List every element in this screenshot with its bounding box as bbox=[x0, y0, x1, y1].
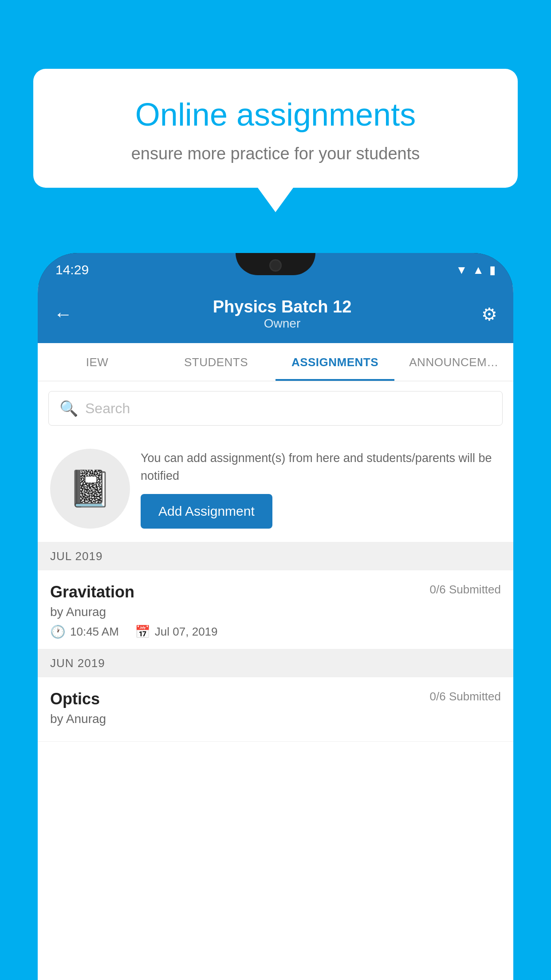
phone-camera bbox=[269, 259, 282, 272]
speech-bubble-container: Online assignments ensure more practice … bbox=[33, 69, 518, 212]
speech-bubble: Online assignments ensure more practice … bbox=[33, 69, 518, 188]
search-bar[interactable]: 🔍 Search bbox=[48, 391, 503, 426]
phone-frame: 14:29 ▼ ▲ ▮ ← Physics Batch 12 Owner ⚙ I… bbox=[38, 253, 513, 980]
promo-icon-circle: 📓 bbox=[50, 449, 130, 529]
section-jul-2019: JUL 2019 bbox=[38, 542, 513, 570]
battery-icon: ▮ bbox=[489, 263, 496, 277]
tab-assignments[interactable]: ASSIGNMENTS bbox=[276, 343, 394, 381]
back-button[interactable]: ← bbox=[54, 304, 72, 325]
add-assignment-button[interactable]: Add Assignment bbox=[141, 494, 272, 529]
promo-text-area: You can add assignment(s) from here and … bbox=[141, 449, 501, 529]
search-icon: 🔍 bbox=[59, 399, 78, 417]
search-placeholder[interactable]: Search bbox=[85, 400, 130, 417]
assignment-top-row: Gravitation 0/6 Submitted bbox=[50, 583, 501, 601]
header-subtitle: Owner bbox=[83, 316, 481, 331]
app-header: ← Physics Batch 12 Owner ⚙ bbox=[38, 285, 513, 343]
promo-container: 📓 You can add assignment(s) from here an… bbox=[38, 435, 513, 542]
speech-bubble-arrow bbox=[258, 188, 293, 212]
search-container: 🔍 Search bbox=[38, 381, 513, 435]
app-content: ← Physics Batch 12 Owner ⚙ IEW STUDENTS … bbox=[38, 285, 513, 980]
assignment-item-gravitation[interactable]: Gravitation 0/6 Submitted by Anurag 🕐 10… bbox=[38, 570, 513, 649]
assignment-submitted-gravitation: 0/6 Submitted bbox=[430, 583, 501, 597]
tab-iew[interactable]: IEW bbox=[38, 343, 157, 381]
promo-description: You can add assignment(s) from here and … bbox=[141, 449, 501, 485]
speech-bubble-subtitle: ensure more practice for your students bbox=[64, 144, 487, 163]
header-center: Physics Batch 12 Owner bbox=[83, 297, 481, 331]
speech-bubble-title: Online assignments bbox=[64, 95, 487, 134]
clock-icon: 🕐 bbox=[50, 624, 66, 639]
wifi-icon: ▼ bbox=[456, 263, 468, 277]
assignment-item-optics[interactable]: Optics 0/6 Submitted by Anurag bbox=[38, 677, 513, 742]
assignment-time-value: 10:45 AM bbox=[70, 625, 119, 639]
settings-icon[interactable]: ⚙ bbox=[481, 304, 497, 324]
status-bar: 14:29 ▼ ▲ ▮ bbox=[38, 253, 513, 285]
header-title: Physics Batch 12 bbox=[83, 297, 481, 316]
assignment-by-gravitation: by Anurag bbox=[50, 605, 501, 619]
assignment-submitted-optics: 0/6 Submitted bbox=[430, 690, 501, 703]
tabs-container: IEW STUDENTS ASSIGNMENTS ANNOUNCEM… bbox=[38, 343, 513, 381]
tab-students[interactable]: STUDENTS bbox=[157, 343, 276, 381]
assignment-top-row-optics: Optics 0/6 Submitted bbox=[50, 690, 501, 708]
assignment-by-optics: by Anurag bbox=[50, 712, 501, 726]
status-time: 14:29 bbox=[55, 262, 89, 277]
phone-notch bbox=[236, 253, 315, 275]
tab-announcements[interactable]: ANNOUNCEM… bbox=[394, 343, 513, 381]
notebook-icon: 📓 bbox=[68, 468, 112, 510]
assignment-time: 🕐 10:45 AM bbox=[50, 624, 119, 639]
assignment-date: 📅 Jul 07, 2019 bbox=[135, 624, 218, 639]
assignment-meta-gravitation: 🕐 10:45 AM 📅 Jul 07, 2019 bbox=[50, 624, 501, 639]
signal-icon: ▲ bbox=[472, 263, 484, 277]
assignment-title-optics: Optics bbox=[50, 690, 100, 708]
status-icons: ▼ ▲ ▮ bbox=[456, 263, 496, 277]
assignment-date-value: Jul 07, 2019 bbox=[155, 625, 218, 639]
assignment-title-gravitation: Gravitation bbox=[50, 583, 134, 601]
section-jun-2019: JUN 2019 bbox=[38, 649, 513, 677]
calendar-icon: 📅 bbox=[135, 624, 150, 639]
